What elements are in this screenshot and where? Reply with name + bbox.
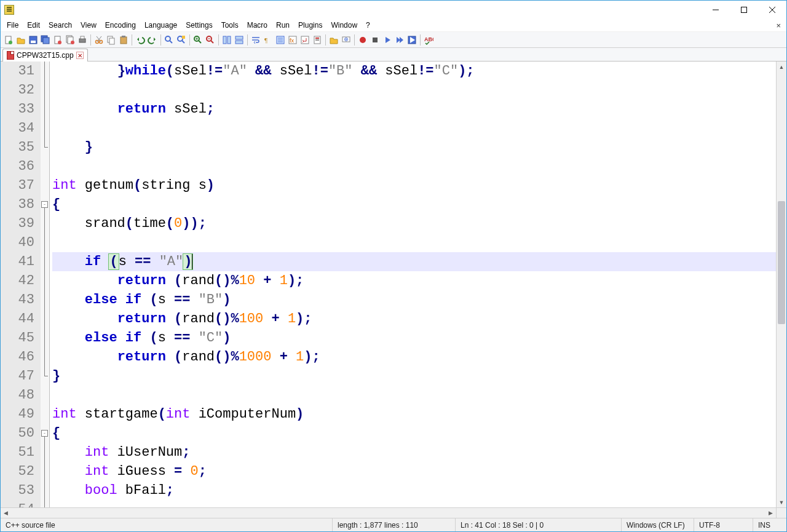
replace-icon[interactable]: [176, 34, 187, 46]
save-icon[interactable]: [28, 34, 39, 46]
code-line-40[interactable]: [52, 233, 776, 252]
minimize-button[interactable]: [702, 1, 730, 19]
code-line-45[interactable]: else if (s == "C"): [52, 328, 776, 347]
find-icon[interactable]: [164, 34, 175, 46]
redo-icon[interactable]: [147, 34, 158, 46]
monitor-icon[interactable]: [341, 34, 352, 46]
play-multi-icon[interactable]: [394, 34, 405, 46]
maximize-button[interactable]: [730, 1, 758, 19]
code-line-42[interactable]: return (rand()%10 + 1);: [52, 271, 776, 290]
horizontal-scrollbar[interactable]: ◀ ▶: [1, 507, 786, 518]
sync-v-icon[interactable]: [221, 34, 232, 46]
code-line-47[interactable]: }: [52, 367, 776, 386]
code-line-49[interactable]: int startgame(int iComputerNum): [52, 405, 776, 424]
indent-icon[interactable]: [275, 34, 286, 46]
fold-toggle-icon[interactable]: -: [41, 430, 48, 437]
menu-plugins[interactable]: Plugins: [294, 20, 326, 31]
eol-icon[interactable]: [299, 34, 310, 46]
hscroll-track[interactable]: [11, 508, 765, 518]
spellcheck-icon[interactable]: ABC: [423, 34, 434, 46]
code-line-43[interactable]: else if (s == "B"): [52, 290, 776, 309]
svg-rect-0: [742, 7, 747, 13]
code-line-34[interactable]: [52, 119, 776, 138]
copy-icon[interactable]: [106, 34, 117, 46]
wrap-icon[interactable]: [250, 34, 261, 46]
menu-encoding[interactable]: Encoding: [101, 20, 140, 31]
stop-icon[interactable]: [370, 34, 381, 46]
menu-settings[interactable]: Settings: [181, 20, 216, 31]
menu-search[interactable]: Search: [44, 20, 76, 31]
close-document-icon[interactable]: ×: [772, 21, 785, 30]
menu-view[interactable]: View: [76, 20, 101, 31]
code-line-52[interactable]: int iGuess = 0;: [52, 462, 776, 481]
zoom-out-icon[interactable]: [205, 34, 216, 46]
code-line-50[interactable]: {: [52, 424, 776, 443]
menu-macro[interactable]: Macro: [243, 20, 272, 31]
code-line-51[interactable]: int iUserNum;: [52, 443, 776, 462]
vertical-scrollbar[interactable]: ▲ ▼: [776, 62, 786, 507]
code-line-38[interactable]: {: [52, 195, 776, 214]
code-line-37[interactable]: int getnum(string s): [52, 176, 776, 195]
code-line-46[interactable]: return (rand()%1000 + 1);: [52, 347, 776, 367]
code-line-44[interactable]: return (rand()%100 + 1);: [52, 309, 776, 328]
scroll-track[interactable]: [777, 72, 786, 497]
toolbar: ¶fxABC: [1, 32, 786, 48]
scroll-up-icon[interactable]: ▲: [777, 62, 786, 72]
close-icon[interactable]: [52, 34, 63, 46]
status-encoding[interactable]: UTF-8: [694, 518, 753, 531]
scroll-right-icon[interactable]: ▶: [765, 508, 776, 518]
menu-help[interactable]: ?: [362, 20, 374, 31]
all-chars-icon[interactable]: ¶: [263, 34, 274, 46]
menu-window[interactable]: Window: [326, 20, 362, 31]
cut-icon[interactable]: [93, 34, 105, 46]
fold-toggle-icon[interactable]: -: [41, 201, 48, 208]
code-line-53[interactable]: bool bFail;: [52, 481, 776, 500]
editor[interactable]: 3132333435363738394041424344454647484950…: [1, 62, 786, 507]
tab-active[interactable]: CPPW32T15.cpp ✕: [2, 49, 88, 62]
code-line-33[interactable]: return sSel;: [52, 100, 776, 119]
lang-icon[interactable]: fx: [287, 34, 298, 46]
tab-close-icon[interactable]: ✕: [76, 52, 84, 59]
play-icon[interactable]: [382, 34, 393, 46]
svg-rect-12: [79, 39, 85, 42]
folder-icon[interactable]: [328, 34, 339, 46]
code-area[interactable]: }while(sSel!="A" && sSel!="B" && sSel!="…: [50, 62, 776, 507]
code-line-54[interactable]: [52, 500, 776, 507]
scroll-down-icon[interactable]: ▼: [777, 497, 786, 507]
code-line-32[interactable]: [52, 81, 776, 100]
scroll-left-icon[interactable]: ◀: [1, 508, 11, 518]
paste-icon[interactable]: [118, 34, 129, 46]
scroll-thumb[interactable]: [778, 201, 785, 324]
status-eol[interactable]: Windows (CR LF): [622, 518, 694, 531]
menu-edit[interactable]: Edit: [23, 20, 44, 31]
window-controls: [702, 1, 786, 19]
save-macro-icon[interactable]: [406, 34, 417, 46]
file-icon: [7, 51, 14, 60]
sync-h-icon[interactable]: [234, 34, 245, 46]
menu-run[interactable]: Run: [272, 20, 294, 31]
code-line-39[interactable]: srand(time(0));: [52, 214, 776, 233]
code-line-48[interactable]: [52, 386, 776, 405]
doc-map-icon[interactable]: [312, 34, 323, 46]
new-icon[interactable]: [3, 34, 14, 46]
fold-column[interactable]: --: [41, 62, 50, 507]
menu-file[interactable]: File: [2, 20, 23, 31]
menu-tools[interactable]: Tools: [217, 20, 243, 31]
title-bar: [1, 1, 786, 19]
zoom-in-icon[interactable]: [192, 34, 204, 46]
svg-rect-41: [373, 38, 378, 42]
code-line-31[interactable]: }while(sSel!="A" && sSel!="B" && sSel!="…: [52, 62, 776, 81]
code-line-41[interactable]: if (s == "A"): [52, 252, 776, 271]
code-line-36[interactable]: [52, 157, 776, 176]
status-insert-mode[interactable]: INS: [753, 518, 786, 531]
print-icon[interactable]: [77, 34, 88, 46]
record-icon[interactable]: [357, 34, 368, 46]
undo-icon[interactable]: [135, 34, 146, 46]
code-line-35[interactable]: }: [52, 138, 776, 157]
save-all-icon[interactable]: [40, 34, 51, 46]
close-button[interactable]: [758, 1, 786, 19]
close-all-icon[interactable]: [65, 34, 76, 46]
open-icon[interactable]: [15, 34, 26, 46]
status-length: length : 1,877 lines : 110: [333, 518, 456, 531]
menu-language[interactable]: Language: [140, 20, 181, 31]
